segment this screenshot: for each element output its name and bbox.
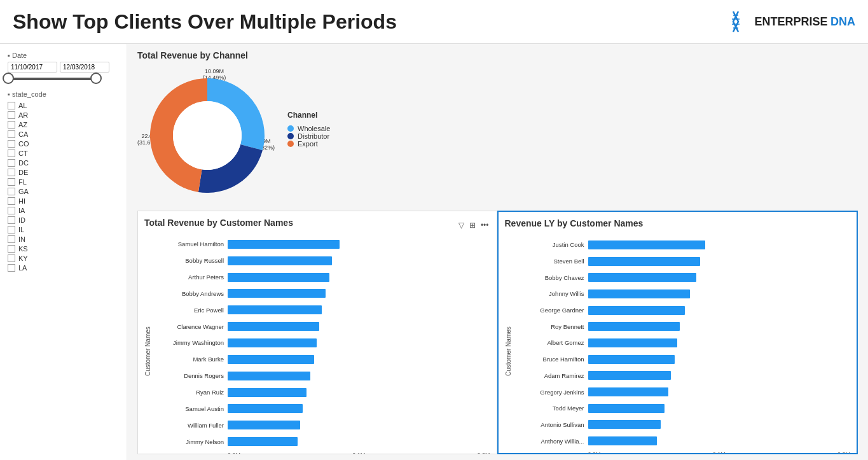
date-label: ▪ Date: [8, 52, 119, 59]
ly-revenue-chart: Revenue LY by Customer Names Customer Na…: [497, 211, 858, 454]
ly-bar-fill-5: [588, 322, 680, 331]
more-icon[interactable]: •••: [479, 220, 490, 231]
table-row: Albert Gomez: [515, 337, 851, 349]
legend-title: Channel: [287, 111, 330, 120]
state-checkbox-de[interactable]: [8, 169, 15, 176]
ly-bar-fill-2: [588, 273, 696, 282]
state-item-id: ID: [8, 216, 119, 224]
state-label-ca: CA: [18, 130, 28, 138]
date-end-input[interactable]: [60, 62, 109, 73]
state-label-hi: HI: [18, 197, 25, 205]
ly-revenue-x-axis: 0.0M 0.1M 0.2M: [515, 451, 851, 454]
state-checkbox-az[interactable]: [8, 121, 15, 129]
legend-dot-1: [287, 133, 294, 139]
state-item-ks: KS: [8, 245, 119, 253]
table-row: Bobby Chavez: [515, 271, 851, 284]
state-label-fl: FL: [18, 178, 27, 186]
dna-icon: [722, 8, 750, 36]
ly-bar-fill-9: [588, 387, 668, 396]
ly-bar-fill-1: [588, 257, 700, 266]
table-row: Bobby Andrews: [155, 287, 490, 300]
table-row: Anthony Willia...: [515, 435, 851, 447]
state-checkbox-hi[interactable]: [8, 197, 15, 205]
state-checkbox-fl[interactable]: [8, 178, 15, 186]
bar-name-11: William Fuller: [155, 422, 228, 429]
expand-icon[interactable]: ⊞: [468, 220, 477, 231]
total-revenue-bars-body: Samuel HamiltonBobby RussellArthur Peter…: [155, 237, 490, 454]
ly-revenue-y-axis: Customer Names: [505, 237, 515, 454]
bar-fill-6: [228, 338, 317, 347]
table-row: Eric Powell: [155, 303, 490, 316]
state-label-dc: DC: [18, 159, 29, 167]
table-row: Mark Burke: [155, 353, 490, 366]
state-checkbox-ar[interactable]: [8, 111, 15, 119]
chart-action-icons: ▽ ⊞ •••: [457, 220, 490, 231]
state-label-ia: IA: [18, 207, 25, 214]
header: Show Top Clients Over Multiple Periods E…: [0, 0, 868, 44]
date-filter-section: ▪ Date: [8, 52, 119, 80]
bar-name-8: Dennis Rogers: [155, 372, 228, 379]
bar-name-0: Samuel Hamilton: [155, 240, 228, 247]
x-axis-tick-02m: 0.2M: [477, 452, 490, 454]
state-checkbox-ia[interactable]: [8, 207, 15, 214]
table-row: Ryan Ruiz: [155, 386, 490, 399]
state-checkbox-ct[interactable]: [8, 150, 15, 157]
sidebar: ▪ Date ▪ state_code ALARAZCACOCTDCDEFLGA…: [0, 44, 127, 460]
state-label-ct: CT: [18, 150, 28, 157]
ly-bar-name-1: Steven Bell: [515, 258, 588, 265]
bar-name-2: Arthur Peters: [155, 274, 228, 281]
state-item-ia: IA: [8, 207, 119, 214]
state-checkbox-ks[interactable]: [8, 245, 15, 253]
bar-fill-2: [228, 273, 329, 282]
bar-name-6: Jimmy Washington: [155, 339, 228, 346]
legend-items: WholesaleDistributorExport: [287, 125, 330, 148]
state-item-ga: GA: [8, 188, 119, 195]
state-label-co: CO: [18, 140, 29, 148]
date-start-input[interactable]: [8, 62, 57, 73]
state-item-ct: CT: [8, 150, 119, 157]
ly-bar-fill-0: [588, 240, 705, 249]
filter-icon[interactable]: ▽: [457, 220, 465, 231]
state-checkbox-dc[interactable]: [8, 159, 15, 167]
state-checkbox-co[interactable]: [8, 140, 15, 148]
state-label-de: DE: [18, 169, 28, 176]
state-checkbox-id[interactable]: [8, 216, 15, 224]
state-checkbox-ca[interactable]: [8, 130, 15, 138]
total-revenue-bars-area: Samuel HamiltonBobby RussellArthur Peter…: [155, 237, 490, 449]
slider-thumb-right[interactable]: [90, 73, 102, 84]
ly-bar-name-3: Johnny Willis: [515, 290, 588, 297]
date-slider[interactable]: [8, 78, 97, 80]
state-list: ALARAZCACOCTDCDEFLGAHIIAIDILINKSKYLA: [8, 102, 119, 272]
state-checkbox-il[interactable]: [8, 226, 15, 233]
state-label-ga: GA: [18, 188, 29, 195]
table-row: Todd Meyer: [515, 402, 851, 415]
ly-bar-name-2: Bobby Chavez: [515, 274, 588, 281]
state-checkbox-la[interactable]: [8, 264, 15, 272]
logo-text: ENTERPRISE DNA: [755, 15, 855, 29]
table-row: Gregory Jenkins: [515, 386, 851, 398]
svg-point-4: [173, 101, 242, 170]
table-row: Samuel Hamilton: [155, 238, 490, 251]
bar-name-3: Bobby Andrews: [155, 290, 228, 297]
slider-thumb-left[interactable]: [3, 73, 14, 84]
total-revenue-chart-header: Total Revenue by Customer Names ▽ ⊞ •••: [144, 218, 490, 233]
state-checkbox-ga[interactable]: [8, 188, 15, 195]
bar-fill-3: [228, 289, 326, 298]
legend-label-2: Export: [298, 140, 318, 148]
ly-bar-name-12: Anthony Willia...: [515, 438, 588, 445]
ly-bar-fill-8: [588, 371, 671, 380]
logo: ENTERPRISE DNA: [722, 8, 855, 36]
main-content: ▪ Date ▪ state_code ALARAZCACOCTDCDEFLGA…: [0, 44, 868, 460]
total-revenue-y-axis: Customer Names: [144, 237, 155, 454]
donut-chart-section: Total Revenue by Channel 10.09M(14.49%) …: [137, 50, 858, 203]
ly-x-axis-tick-0m: 0.0M: [588, 451, 601, 454]
state-item-al: AL: [8, 102, 119, 109]
state-item-la: LA: [8, 264, 119, 272]
ly-bar-name-5: Roy Bennett: [515, 323, 588, 330]
state-checkbox-ky[interactable]: [8, 254, 15, 262]
table-row: Clarence Wagner: [155, 320, 490, 333]
state-checkbox-in[interactable]: [8, 235, 15, 243]
bar-fill-10: [228, 404, 303, 413]
bar-fill-7: [228, 355, 314, 364]
state-checkbox-al[interactable]: [8, 102, 15, 109]
